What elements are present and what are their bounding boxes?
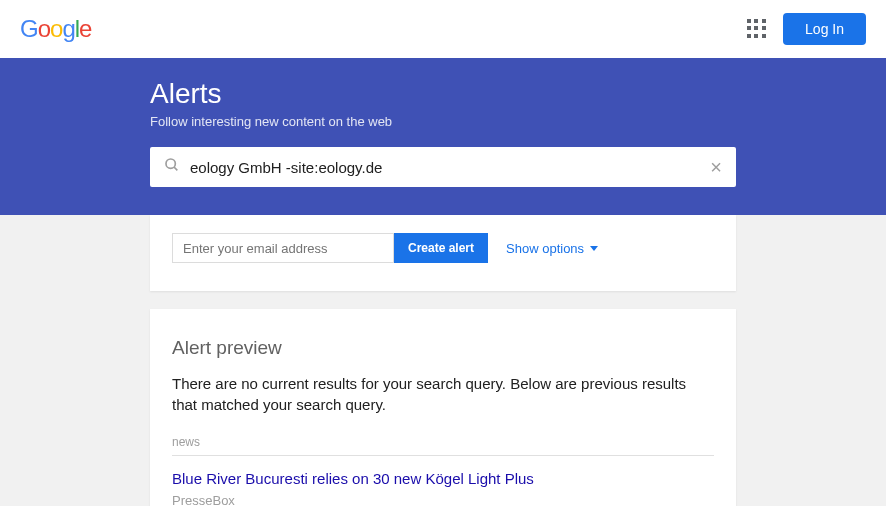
category-label: news <box>172 435 714 456</box>
result-title[interactable]: Blue River Bucuresti relies on 30 new Kö… <box>172 470 714 487</box>
email-input[interactable] <box>172 233 394 263</box>
page-title: Alerts <box>150 78 736 110</box>
search-icon <box>164 157 180 177</box>
search-input[interactable] <box>190 159 710 176</box>
topbar: Google Log In <box>0 0 886 58</box>
login-button[interactable]: Log In <box>783 13 866 45</box>
result-source: PresseBox <box>172 493 714 506</box>
google-logo[interactable]: Google <box>20 15 91 43</box>
topbar-right: Log In <box>747 13 866 45</box>
svg-line-1 <box>174 167 177 170</box>
svg-point-0 <box>166 159 175 168</box>
clear-icon[interactable]: × <box>710 156 722 179</box>
show-options-label: Show options <box>506 241 584 256</box>
preview-message: There are no current results for your se… <box>172 373 714 415</box>
search-box: × <box>150 147 736 187</box>
hero: Alerts Follow interesting new content on… <box>0 58 886 215</box>
result-item: Blue River Bucuresti relies on 30 new Kö… <box>172 470 714 506</box>
chevron-down-icon <box>590 246 598 251</box>
page-subtitle: Follow interesting new content on the we… <box>150 114 736 129</box>
preview-title: Alert preview <box>172 337 714 359</box>
create-alert-button[interactable]: Create alert <box>394 233 488 263</box>
apps-icon[interactable] <box>747 19 767 39</box>
create-alert-card: Create alert Show options <box>150 215 736 291</box>
show-options-toggle[interactable]: Show options <box>506 241 598 256</box>
alert-preview-card: Alert preview There are no current resul… <box>150 309 736 506</box>
